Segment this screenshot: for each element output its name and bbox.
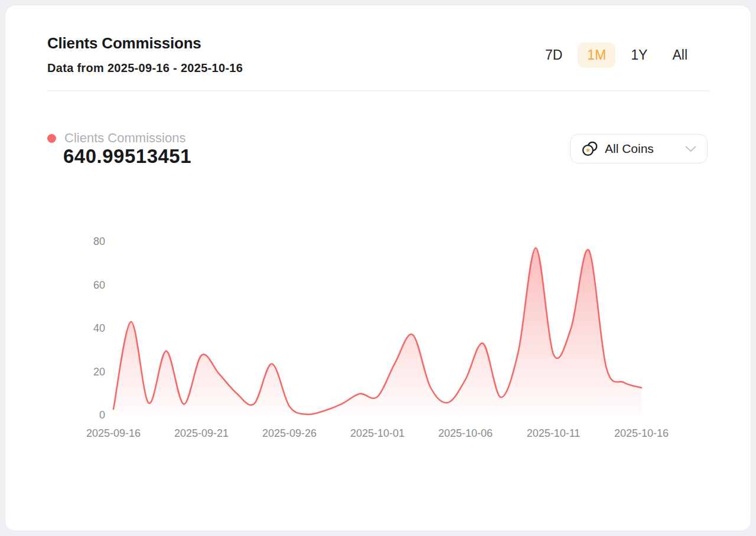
range-button-1m[interactable]: 1M (578, 43, 615, 68)
series-area-fill (113, 248, 641, 415)
legend-label: Clients Commissions (64, 130, 185, 146)
y-tick-label: 60 (93, 279, 105, 291)
y-tick-label: 40 (93, 322, 105, 334)
range-button-1y[interactable]: 1Y (621, 43, 657, 68)
x-tick-label: 2025-10-16 (614, 427, 669, 439)
coin-filter-dropdown[interactable]: All Coins (570, 134, 708, 164)
commissions-total-value: 640.99513451 (63, 145, 191, 168)
range-button-all[interactable]: All (663, 43, 697, 68)
range-button-7d[interactable]: 7D (536, 43, 572, 68)
y-tick-label: 20 (93, 366, 105, 378)
date-range-subtitle: Data from 2025-09-16 - 2025-10-16 (47, 61, 243, 75)
x-tick-label: 2025-09-26 (262, 427, 317, 439)
x-tick-label: 2025-10-06 (438, 427, 493, 439)
coins-icon (581, 140, 599, 158)
chart-legend: Clients Commissions (47, 130, 185, 146)
time-range-switch: 7D 1M 1Y All (536, 43, 697, 68)
page-title: Clients Commissions (47, 34, 201, 53)
x-tick-label: 2025-09-16 (86, 427, 141, 439)
x-tick-label: 2025-09-21 (174, 427, 229, 439)
coin-filter-label: All Coins (605, 142, 654, 156)
commissions-area-chart[interactable]: 0204060802025-09-162025-09-212025-09-262… (0, 229, 756, 447)
header-divider (47, 90, 710, 91)
y-tick-label: 0 (99, 409, 105, 421)
x-tick-label: 2025-10-01 (350, 427, 405, 439)
chevron-down-icon (685, 146, 696, 152)
legend-dot (47, 134, 56, 143)
x-tick-label: 2025-10-11 (527, 427, 581, 439)
y-tick-label: 80 (93, 236, 105, 247)
